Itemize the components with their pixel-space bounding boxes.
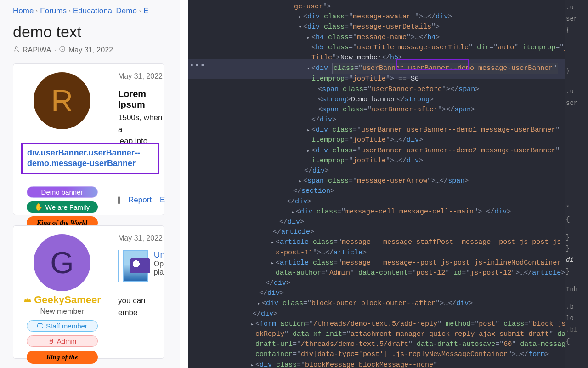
username[interactable]: GeekySameer: [23, 294, 101, 306]
styles-panel[interactable]: .u ser { } .u ser * { } } di } Inh .b lo…: [565, 0, 588, 368]
chevron-right-icon: ›: [139, 8, 141, 14]
hand-wave-icon: ✋: [34, 203, 43, 211]
post-text: 1500s, when a: [118, 112, 165, 135]
shield-icon: ⛨: [48, 337, 55, 345]
style-rule: }: [566, 233, 587, 242]
style-rule: {: [566, 337, 587, 346]
family-banner-label: We are Family: [45, 203, 90, 211]
post-card: G GeekySameer New member 🖵 Staff member …: [13, 225, 164, 359]
staff-banner: 🖵 Staff member: [27, 320, 98, 332]
staff-banner-label: Staff member: [46, 322, 87, 330]
dom-tree[interactable]: ge-user"> <div class="message-avatar ">……: [188, 0, 565, 368]
style-rule: ser: [566, 14, 587, 24]
post-text: you can embe: [118, 295, 165, 318]
style-rule: }: [566, 66, 587, 76]
style-rule: .u: [566, 87, 587, 97]
checkbox[interactable]: [118, 196, 120, 204]
style-rule: {: [566, 215, 587, 224]
style-rule: {: [566, 25, 587, 35]
author-name[interactable]: RAPIWA: [23, 46, 51, 54]
post-date: May 31, 2022: [118, 72, 163, 80]
embed-sub: Op: [154, 260, 165, 268]
report-link[interactable]: Report: [128, 196, 152, 205]
breadcrumb-trail[interactable]: E: [143, 6, 148, 16]
svg-point-0: [15, 47, 17, 49]
member-role: New member: [40, 307, 84, 316]
style-rule: .u: [566, 3, 587, 12]
clock-icon: [59, 46, 66, 54]
user-icon: [13, 46, 20, 54]
highlight-box: [396, 59, 469, 70]
chevron-right-icon: ›: [69, 8, 71, 14]
breadcrumb-forums[interactable]: Forums: [40, 6, 67, 16]
page-title: demo text: [13, 19, 180, 46]
embed-title[interactable]: Un: [154, 250, 165, 260]
post-title: Lorem Ipsum: [118, 89, 165, 110]
style-rule: }: [566, 244, 587, 253]
username-label: GeekySameer: [34, 294, 101, 306]
family-banner: ✋ We are Family: [27, 201, 98, 213]
style-rule: Inh: [566, 285, 587, 294]
devtools-pane: ••• ge-user"> <div class="message-avatar…: [188, 0, 588, 368]
style-rule: ser: [566, 98, 587, 108]
forum-pane: Home › Forums › Educational Demo › E dem…: [0, 0, 180, 368]
edit-link[interactable]: E: [160, 196, 165, 205]
selector-tooltip: div.userBanner.userBanner--demo.message-…: [21, 143, 159, 174]
byline: RAPIWA · May 31, 2022: [13, 46, 180, 63]
style-rule: lo: [566, 314, 587, 323]
style-rule: .b: [566, 302, 587, 312]
breadcrumb: Home › Forums › Educational Demo › E: [13, 0, 180, 19]
post-date: May 31, 2022: [68, 46, 113, 54]
avatar[interactable]: R: [34, 72, 90, 129]
monitor-icon: 🖵: [37, 322, 44, 330]
breadcrumb-home[interactable]: Home: [13, 6, 34, 16]
embed-sub: pla: [154, 268, 165, 276]
chevron-right-icon: ›: [36, 8, 38, 14]
breadcrumb-edu[interactable]: Educational Demo: [73, 6, 137, 16]
style-rule: di: [566, 255, 587, 265]
admin-banner-label: Admin: [57, 337, 77, 345]
post-date: May 31, 2022: [118, 234, 163, 242]
demo-banner: Demo banner: [27, 186, 98, 198]
style-rule: *: [566, 203, 587, 213]
style-rule: }: [566, 267, 587, 276]
embed-thumbnail[interactable]: [123, 250, 148, 282]
avatar[interactable]: G: [34, 234, 90, 291]
crown-icon: [23, 295, 32, 305]
admin-banner: ⛨ Admin: [27, 335, 98, 347]
post-card: R Demo banner ✋ We are Family King of th…: [13, 63, 164, 215]
style-rule: .bl: [566, 325, 587, 335]
king-banner: King of the: [27, 351, 98, 364]
